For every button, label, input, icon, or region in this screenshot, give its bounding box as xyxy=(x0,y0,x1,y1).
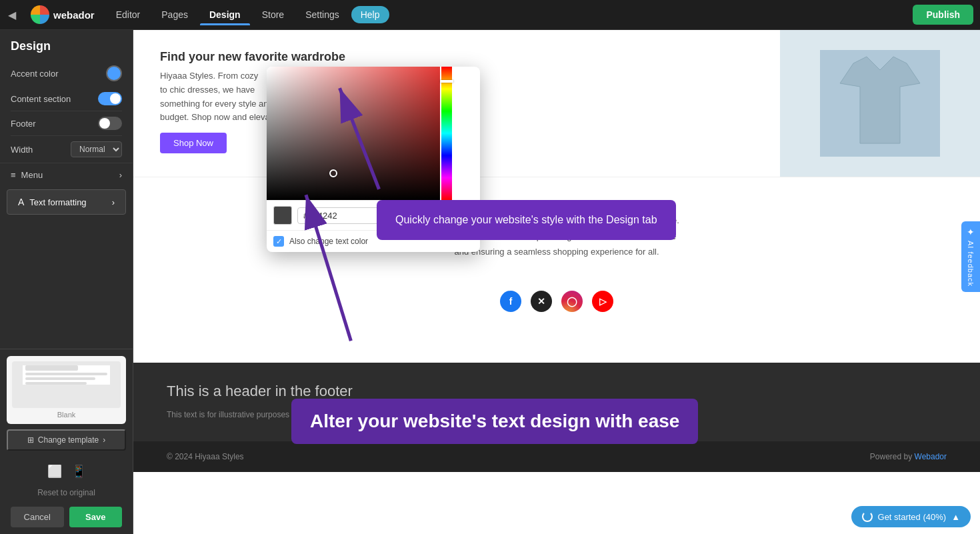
cancel-button[interactable]: Cancel xyxy=(11,507,64,527)
menu-icon: ≡ xyxy=(11,170,16,180)
grid-icon: ⊞ xyxy=(27,435,34,445)
accent-color-label: Accent color xyxy=(11,69,59,79)
youtube-icon[interactable]: ▷ xyxy=(592,291,613,312)
text-format-icon: A xyxy=(18,197,24,207)
also-change-label: Also change text color xyxy=(289,237,368,246)
color-gradient-container[interactable] xyxy=(267,67,460,200)
main-area: Find your new favorite wardrobe Hiyaaa S… xyxy=(133,30,980,534)
sidebar-title: Design xyxy=(0,30,133,60)
footer-toggle[interactable] xyxy=(98,117,122,130)
nav-store[interactable]: Store xyxy=(253,5,293,24)
mobile-device-button[interactable]: 📱 xyxy=(71,464,86,479)
text-format-chevron-icon: › xyxy=(112,197,115,207)
instagram-icon[interactable]: ◯ xyxy=(561,291,583,312)
hero-shirt-illustration xyxy=(820,50,940,157)
change-template-button[interactable]: ⊞ Change template › xyxy=(7,429,126,451)
change-template-chevron-icon: › xyxy=(103,435,105,445)
social-row: f ✕ ◯ ▷ xyxy=(133,280,980,323)
save-button[interactable]: Save xyxy=(69,507,123,527)
footer-row: Footer xyxy=(11,111,122,136)
logo-icon xyxy=(31,5,49,24)
hero-title: Find your new favorite wardrobe xyxy=(160,50,753,64)
help-button[interactable]: Help xyxy=(351,6,389,23)
site-preview: Find your new favorite wardrobe Hiyaaa S… xyxy=(133,30,980,534)
reset-link[interactable]: Reset to original xyxy=(0,485,133,500)
color-preview-box xyxy=(273,206,292,225)
callout-top: Quickly change your website's style with… xyxy=(377,200,676,240)
menu-chevron-icon: › xyxy=(119,170,122,180)
top-nav: ◀ webador Editor Pages Design Store Sett… xyxy=(0,0,980,30)
hue-cursor xyxy=(440,80,453,83)
progress-icon xyxy=(862,511,873,522)
text-formatting-item[interactable]: A Text formatting › xyxy=(7,189,126,215)
nav-editor[interactable]: Editor xyxy=(107,5,150,24)
menu-label: Menu xyxy=(21,170,43,180)
content-section-row: Content section xyxy=(11,87,122,111)
template-thumb-label: Blank xyxy=(12,411,121,419)
footer-header: This is a header in the footer xyxy=(167,383,947,400)
chevron-up-icon: ▲ xyxy=(951,512,960,522)
also-change-checkbox[interactable]: ✓ xyxy=(273,236,284,247)
gradient-cursor xyxy=(329,169,337,177)
webador-link[interactable]: Webador xyxy=(915,452,947,461)
hero-image xyxy=(780,30,980,177)
footer-label: Footer xyxy=(11,119,36,129)
width-label: Width xyxy=(11,145,33,155)
accent-color-swatch[interactable] xyxy=(106,65,122,81)
hue-strip[interactable] xyxy=(441,67,452,200)
get-started-bar[interactable]: Get started (40%) ▲ xyxy=(851,506,971,527)
accent-color-row: Accent color xyxy=(11,60,122,87)
desktop-device-button[interactable]: ⬜ xyxy=(47,464,62,479)
facebook-icon[interactable]: f xyxy=(500,291,521,312)
color-gradient-area[interactable] xyxy=(267,67,440,200)
template-thumb: Blank xyxy=(7,356,126,424)
nav-settings[interactable]: Settings xyxy=(296,5,349,24)
width-row: Width Normal xyxy=(11,136,122,163)
footer-copyright: © 2024 Hiyaaa Styles Powered by Webador xyxy=(133,441,980,472)
menu-item[interactable]: ≡ Menu › xyxy=(0,163,133,187)
template-thumb-image xyxy=(12,361,121,408)
hero-section: Find your new favorite wardrobe Hiyaaa S… xyxy=(133,30,980,177)
callout-bottom: Alter your website's text design with ea… xyxy=(291,399,698,444)
nav-pages[interactable]: Pages xyxy=(152,5,197,24)
content-section-label: Content section xyxy=(11,94,71,104)
publish-button[interactable]: Publish xyxy=(913,5,973,25)
content-section-toggle[interactable] xyxy=(98,92,122,105)
template-section: Blank ⊞ Change template › xyxy=(0,349,133,457)
ai-feedback-tab[interactable]: ✦ AI feedback xyxy=(961,221,980,292)
device-row: ⬜ 📱 xyxy=(0,457,133,485)
nav-items: Editor Pages Design Store Settings Help xyxy=(107,5,389,24)
nav-design[interactable]: Design xyxy=(200,5,250,24)
logo[interactable]: webador xyxy=(24,5,101,24)
text-formatting-label: Text formatting xyxy=(29,197,86,207)
left-sidebar: Design Accent color Content section Foot… xyxy=(0,30,133,534)
twitter-x-icon[interactable]: ✕ xyxy=(531,291,552,312)
width-select[interactable]: Normal xyxy=(71,141,122,157)
back-button[interactable]: ◀ xyxy=(0,0,24,30)
bottom-actions: Cancel Save xyxy=(0,500,133,534)
shop-now-button[interactable]: Shop Now xyxy=(160,133,227,153)
stars-icon: ✦ xyxy=(965,227,976,238)
logo-text: webador xyxy=(53,9,95,21)
